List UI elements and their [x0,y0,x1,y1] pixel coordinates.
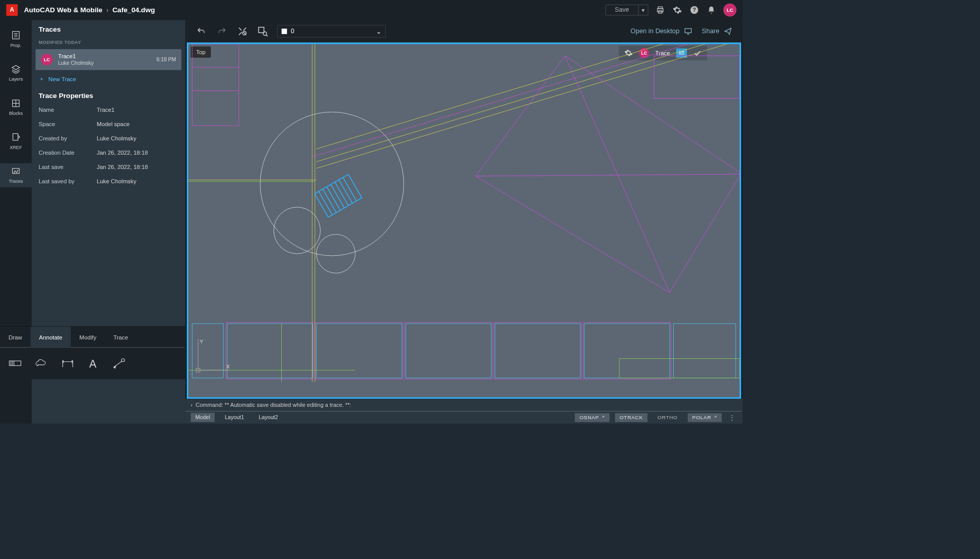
plus-icon: ＋ [39,76,44,83]
new-trace-label: New Trace [48,76,76,83]
svg-rect-17 [192,324,224,378]
new-trace-button[interactable]: ＋ New Trace [32,70,185,88]
save-button[interactable]: Save [605,5,639,15]
properties-title: Trace Properties [32,88,185,103]
text-icon[interactable]: A [87,358,99,369]
prop-key: Space [39,120,97,127]
save-button-group: Save ▾ [605,5,648,15]
svg-point-48 [316,234,355,273]
rail-layers[interactable]: Layers [0,61,32,85]
rail-label: Blocks [9,111,23,116]
prop-value: Jan 26, 2022, 18:18 [96,164,148,171]
share-button[interactable]: Share [702,27,732,36]
svg-point-14 [263,32,266,35]
svg-line-33 [316,44,740,168]
undo-icon[interactable] [195,27,207,36]
svg-line-32 [316,44,740,161]
svg-line-44 [476,174,740,176]
share-label: Share [702,28,719,35]
svg-rect-11 [13,168,19,174]
trace-list-item[interactable]: LC Trace1 Luke Cholmsky 6:18 PM [36,49,182,70]
chevron-down-icon: ⌄ [376,28,381,35]
app-name[interactable]: AutoCAD Web & Mobile [24,6,103,14]
svg-rect-10 [13,134,18,140]
otrack-toggle[interactable]: OTRACK [615,413,648,422]
tab-modify[interactable]: Modify [71,327,105,348]
layout-tab-model[interactable]: Model [191,413,215,422]
tab-annotate[interactable]: Annotate [31,327,71,348]
svg-rect-40 [192,44,239,126]
prop-row: SpaceModel space [32,117,185,131]
canvas-toolbar: 0 ⌄ Open in Desktop Share [185,20,743,42]
layer-selector[interactable]: 0 ⌄ [277,25,385,37]
tab-trace[interactable]: Trace [105,327,137,348]
polar-toggle[interactable]: POLAR^ [688,413,722,422]
prop-key: Last save [39,164,97,171]
trace-time: 6:18 PM [157,57,176,62]
svg-point-70 [121,358,125,361]
drawing-viewport[interactable]: Top LC Trace [187,42,741,399]
command-line[interactable]: › Command: ** Automatic save disabled wh… [185,399,743,411]
prop-value: Model space [96,120,129,127]
prop-key: Name [39,106,97,113]
monitor-icon [683,27,693,36]
layer-name: 0 [291,28,295,35]
svg-text:X: X [227,364,230,369]
svg-line-51 [323,189,336,212]
leader-icon[interactable] [112,358,126,369]
print-icon[interactable] [655,5,666,15]
redo-icon[interactable] [216,27,228,36]
breadcrumb: AutoCAD Web & Mobile › Cafe_04.dwg [24,6,155,14]
osnap-toggle[interactable]: OSNAP^ [575,413,609,422]
rail-label: Prop. [10,42,21,48]
svg-rect-15 [685,29,692,33]
svg-line-55 [339,180,353,203]
open-in-desktop-button[interactable]: Open in Desktop [630,27,693,36]
svg-rect-24 [226,323,314,379]
svg-rect-22 [584,324,670,378]
file-name[interactable]: Cafe_04.dwg [112,6,155,14]
help-icon[interactable]: ? [689,5,699,15]
svg-rect-27 [494,323,582,379]
app-logo: A [6,4,18,16]
svg-line-53 [331,184,345,208]
gear-icon[interactable] [672,5,682,15]
chevron-right-icon: › [191,402,193,408]
user-avatar[interactable]: LC [723,4,737,17]
chevron-up-icon: ^ [715,415,717,420]
topbar-actions: Save ▾ ? LC [605,4,737,17]
prop-key: Creation Date [39,150,97,156]
svg-rect-21 [495,324,580,378]
layout-tab-layout1[interactable]: Layout1 [220,413,249,422]
ortho-toggle[interactable]: ORTHO [653,413,682,422]
rail-blocks[interactable]: Blocks [0,95,32,119]
rail-label: XREF [10,144,22,150]
cad-drawing: Y X [188,44,740,382]
trace-avatar: LC [41,54,53,65]
zoom-extents-icon[interactable] [237,26,248,37]
trace-name: Trace1 [58,53,94,60]
svg-rect-26 [405,323,493,379]
tab-draw[interactable]: Draw [0,327,31,348]
prop-row: Last saved byLuke Cholmsky [32,174,185,188]
rail-xref[interactable]: XREF [0,129,32,153]
zoom-window-icon[interactable] [257,26,268,37]
more-icon[interactable]: ⋮ [727,412,738,423]
dimension-aligned-icon[interactable] [61,358,75,369]
prop-key: Created by [39,135,97,141]
save-dropdown[interactable]: ▾ [639,5,648,15]
svg-line-54 [335,182,349,206]
trace-author: Luke Cholmsky [58,60,94,66]
svg-line-56 [343,178,357,201]
svg-text:A: A [89,358,97,369]
bell-icon[interactable] [706,5,717,15]
rail-prop[interactable]: Prop. [0,27,32,51]
svg-line-50 [318,191,332,215]
svg-rect-38 [619,358,740,378]
svg-rect-28 [583,323,671,379]
prop-key: Last saved by [39,178,97,185]
dimension-linear-icon[interactable] [9,358,22,369]
rail-traces[interactable]: Traces [0,163,32,187]
layout-tab-layout2[interactable]: Layout2 [254,413,283,422]
revision-cloud-icon[interactable] [35,358,48,369]
